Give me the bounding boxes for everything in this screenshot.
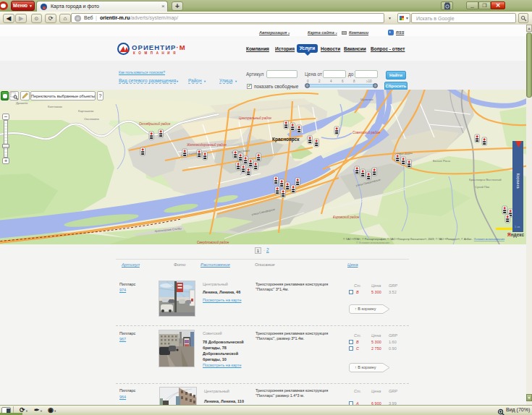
svg-text:Красноярск: Красноярск bbox=[272, 137, 300, 142]
svg-text:Советский район: Советский район bbox=[352, 130, 381, 134]
svg-text:© ЗАО «ПГА», © Роскартография,: © ЗАО «ПГА», © Роскартография, © ЗАО «Ге… bbox=[343, 238, 504, 241]
svg-text:Белые Росы: Белые Росы bbox=[433, 159, 450, 163]
svg-text:Коптяково: Коптяково bbox=[48, 105, 63, 108]
svg-text:Шумково: Шумково bbox=[360, 98, 373, 101]
svg-text:Красноярск Восточный: Красноярск Восточный bbox=[469, 178, 502, 181]
svg-text:Железнодорожный район: Железнодорожный район bbox=[186, 142, 227, 147]
svg-text:1 см: 1 см bbox=[515, 226, 520, 228]
svg-text:Яндекс: Яндекс bbox=[507, 232, 525, 238]
svg-text:Октябрьский район: Октябрьский район bbox=[139, 121, 171, 126]
svg-text:Дрокино: Дрокино bbox=[16, 101, 28, 105]
svg-text:Центральный район: Центральный район bbox=[239, 116, 271, 120]
svg-text:Овсянкино: Овсянкино bbox=[84, 117, 100, 121]
svg-text:Сухой Пик: Сухой Пик bbox=[475, 185, 489, 189]
svg-text:Карташево: Карташево bbox=[78, 109, 94, 113]
svg-text:Корзина: Корзина bbox=[516, 174, 520, 189]
svg-text:Кировский район: Кировский район bbox=[333, 215, 360, 219]
